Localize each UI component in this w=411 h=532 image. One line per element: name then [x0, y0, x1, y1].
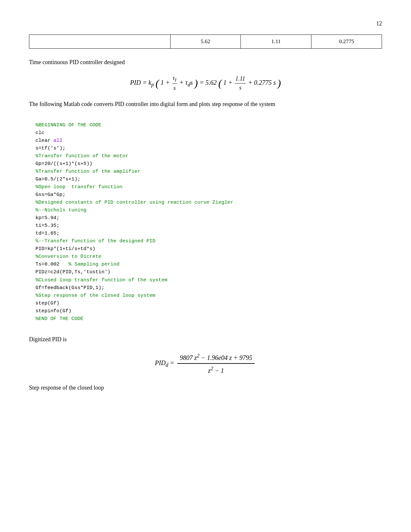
- pid-formula: PID = kp ( 1 + τI s + τds ) = 5.62 ( 1 +…: [29, 74, 382, 92]
- following-text: The following Matlab code converts PID c…: [29, 100, 382, 109]
- digitized-label: Digitized PID is: [29, 335, 382, 344]
- data-table: 5.62 1.11 0.2775: [29, 34, 382, 49]
- page-number: 12: [29, 19, 382, 28]
- table-cell-4: 0.2775: [311, 35, 382, 49]
- step-response-label: Step response of the closed loop: [29, 383, 382, 392]
- intro-text: Time continuous PID controller designed: [29, 58, 382, 67]
- table-cell-3: 1.11: [241, 35, 311, 49]
- digitized-pid-formula: PIDd = 9807 z2 − 1.96e04 z + 9795 z2 − 1: [29, 351, 382, 376]
- code-block: %BEGINNING OF THE CODE clc clear all s=t…: [29, 116, 382, 327]
- table-cell-1: [29, 35, 171, 49]
- table-cell-2: 5.62: [170, 35, 241, 49]
- table-row: 5.62 1.11 0.2775: [29, 35, 382, 49]
